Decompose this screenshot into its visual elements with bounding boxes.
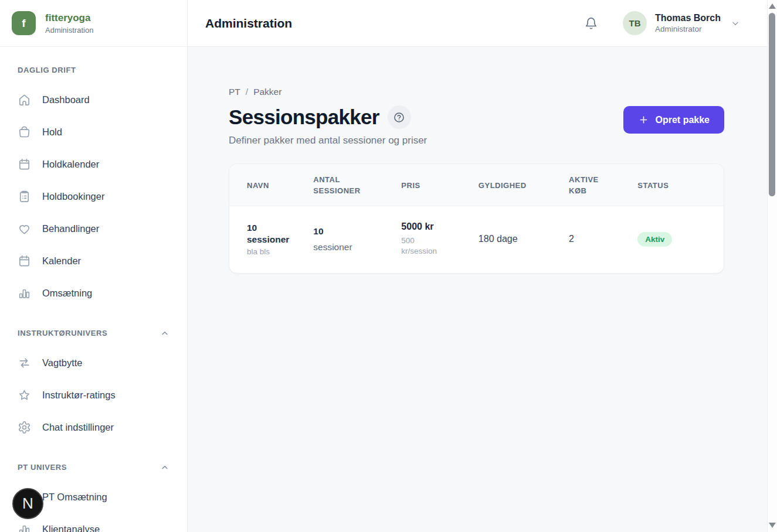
cell-gyldighed: 180 dage: [479, 206, 569, 274]
sidebar-item-vagtbytte[interactable]: Vagtbytte: [18, 350, 169, 376]
scrollbar-thumb[interactable]: [769, 13, 775, 196]
page-subtitle: Definer pakker med antal sessioner og pr…: [229, 135, 427, 146]
column-header-status: STATUS: [637, 164, 724, 206]
package-validity: 180 dage: [479, 234, 518, 244]
sidebar-item-kalender[interactable]: Kalender: [18, 248, 169, 274]
bell-icon: [584, 16, 598, 30]
user-name: Thomas Borch: [655, 13, 721, 23]
breadcrumb-pt[interactable]: PT: [229, 87, 240, 97]
sidebar-item-hold[interactable]: Hold: [18, 119, 169, 145]
bar-chart-icon: [18, 523, 31, 532]
sidebar-item-label: Behandlinger: [42, 223, 99, 234]
chevron-up-icon[interactable]: [160, 463, 169, 472]
page-head-left: PT / Pakker Sessionspakker Definer pakke…: [229, 86, 427, 146]
section-daglig-drift: DAGLIG DRIFT: [18, 66, 169, 75]
sidebar-item-label: Dashboard: [42, 94, 90, 105]
topbar-title: Administration: [205, 16, 292, 30]
breadcrumb: PT / Pakker: [229, 86, 427, 97]
calendar-icon: [18, 254, 31, 268]
help-circle-icon: [393, 111, 405, 124]
brand-name: fitteryoga: [45, 12, 93, 24]
chevron-up-icon[interactable]: [160, 329, 169, 338]
app-window: f fitteryoga Administration DAGLIG DRIFT…: [0, 0, 777, 532]
sidebar-item-label: Klientanalyse: [42, 524, 100, 532]
sidebar: f fitteryoga Administration DAGLIG DRIFT…: [0, 0, 188, 532]
user-menu-button[interactable]: [730, 18, 741, 29]
nextjs-dev-badge[interactable]: N: [12, 488, 43, 519]
title-row: Sessionspakker: [229, 105, 427, 129]
table-header-row: NAVN ANTAL SESSIONER PRIS GYLDIGHED AKTI…: [229, 164, 724, 206]
sidebar-item-instruktor-ratings[interactable]: Instruktør-ratings: [18, 382, 169, 408]
column-header-gyldighed: GYLDIGHED: [479, 164, 569, 206]
clipboard-list-icon: [18, 190, 31, 203]
sidebar-item-label: Vagtbytte: [42, 357, 83, 369]
section-label: INSTRUKTØRUNIVERS: [18, 329, 107, 338]
table-row[interactable]: 10 sessioner bla bls 10 sessioner 5000 k…: [229, 206, 724, 274]
bag-icon: [18, 125, 31, 139]
heart-icon: [18, 222, 31, 236]
sidebar-item-label: Holdkalender: [42, 159, 99, 170]
home-icon: [18, 93, 31, 107]
avatar-initials: TB: [629, 18, 640, 28]
sidebar-item-holdbookinger[interactable]: Holdbookinger: [18, 183, 169, 209]
brand-subtitle: Administration: [45, 26, 93, 35]
sidebar-item-holdkalender[interactable]: Holdkalender: [18, 151, 169, 177]
breadcrumb-pakker[interactable]: Pakker: [253, 87, 281, 97]
notifications-button[interactable]: [584, 16, 598, 30]
sidebar-item-klientanalyse[interactable]: Klientanalyse: [18, 516, 169, 532]
create-package-button[interactable]: Opret pakke: [623, 106, 724, 134]
sidebar-item-label: Kalender: [42, 255, 81, 267]
gear-icon: [18, 421, 31, 434]
status-badge: Aktiv: [637, 232, 672, 247]
package-price-detail: 500 kr/session: [401, 236, 442, 257]
brand-text: fitteryoga Administration: [45, 12, 93, 35]
main-area: Administration TB Thomas Borch Administr…: [188, 0, 777, 532]
sidebar-item-dashboard[interactable]: Dashboard: [18, 87, 169, 112]
active-purchases: 2: [569, 234, 574, 244]
brand-logo-letter: f: [22, 17, 25, 30]
package-price: 5000 kr: [401, 221, 455, 232]
page-content: PT / Pakker Sessionspakker Definer pakke…: [188, 47, 777, 532]
sidebar-item-label: PT Omsætning: [42, 492, 107, 503]
scrollbar-down-arrow-icon[interactable]: [769, 523, 776, 528]
user-role: Administrator: [655, 25, 721, 33]
sidebar-header: f fitteryoga Administration: [0, 0, 187, 47]
help-button[interactable]: [388, 105, 411, 129]
cell-status: Aktiv: [637, 206, 724, 274]
avatar[interactable]: TB: [623, 11, 647, 35]
calendar-icon: [18, 158, 31, 171]
topbar-right: TB Thomas Borch Administrator: [584, 11, 741, 35]
sidebar-item-label: Omsætning: [42, 288, 92, 299]
package-name: 10 sessioner: [247, 222, 290, 245]
sidebar-nav: DAGLIG DRIFT Dashboard Hold Holdkalender…: [0, 47, 187, 532]
section-pt-univers[interactable]: PT UNIVERS: [18, 463, 169, 472]
swap-arrows-icon: [18, 356, 31, 370]
plus-icon: [638, 114, 649, 125]
page-head: PT / Pakker Sessionspakker Definer pakke…: [229, 86, 724, 146]
nextjs-dev-badge-letter: N: [22, 495, 33, 513]
packages-table-card: NAVN ANTAL SESSIONER PRIS GYLDIGHED AKTI…: [229, 163, 724, 274]
brand-logo[interactable]: f: [12, 11, 36, 35]
scrollbar-up-arrow-icon[interactable]: [769, 4, 776, 9]
star-icon: [18, 388, 31, 402]
cell-pris: 5000 kr 500 kr/session: [401, 206, 479, 274]
section-label: PT UNIVERS: [18, 463, 67, 472]
section-instruktorunivers[interactable]: INSTRUKTØRUNIVERS: [18, 329, 169, 338]
page-title: Sessionspakker: [229, 105, 379, 129]
sidebar-item-label: Instruktør-ratings: [42, 390, 116, 401]
topbar: Administration TB Thomas Borch Administr…: [188, 0, 777, 47]
column-header-antal-sessioner: ANTAL SESSIONER: [313, 164, 401, 206]
packages-table: NAVN ANTAL SESSIONER PRIS GYLDIGHED AKTI…: [229, 164, 724, 273]
breadcrumb-separator: /: [246, 87, 248, 97]
sidebar-item-label: Chat indstillinger: [42, 422, 114, 433]
cell-antal-sessioner: 10 sessioner: [313, 206, 401, 274]
section-label: DAGLIG DRIFT: [18, 66, 76, 75]
sidebar-item-behandlinger[interactable]: Behandlinger: [18, 216, 169, 241]
scrollbar[interactable]: [767, 0, 777, 532]
user-block: Thomas Borch Administrator: [655, 13, 721, 33]
column-header-aktive-kob: AKTIVE KØB: [569, 164, 637, 206]
sidebar-item-omsaetning[interactable]: Omsætning: [18, 280, 169, 306]
sidebar-item-chat-indstillinger[interactable]: Chat indstillinger: [18, 414, 169, 440]
package-note: bla bls: [247, 247, 290, 256]
sessions-count: 10: [313, 226, 378, 237]
